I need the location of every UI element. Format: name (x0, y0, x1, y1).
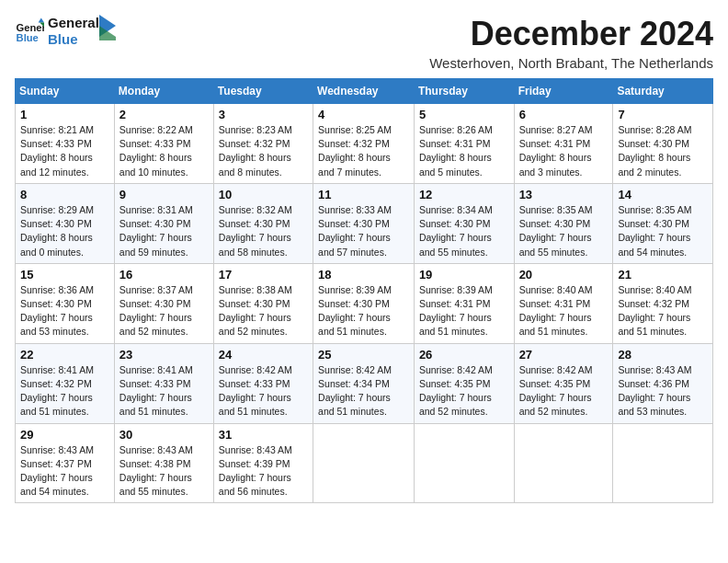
month-title: December 2024 (429, 15, 713, 53)
day-number: 27 (519, 348, 609, 362)
day-detail: Sunrise: 8:41 AMSunset: 4:32 PMDaylight:… (20, 363, 109, 419)
day-number: 18 (318, 268, 409, 282)
day-cell: 29Sunrise: 8:43 AMSunset: 4:37 PMDayligh… (16, 423, 115, 503)
day-detail: Sunrise: 8:28 AMSunset: 4:30 PMDaylight:… (618, 123, 708, 179)
day-detail: Sunrise: 8:23 AMSunset: 4:32 PMDaylight:… (219, 123, 308, 179)
day-detail: Sunrise: 8:42 AMSunset: 4:34 PMDaylight:… (318, 363, 409, 419)
day-cell: 12Sunrise: 8:34 AMSunset: 4:30 PMDayligh… (414, 183, 514, 263)
logo-arrow-icon (99, 15, 116, 40)
day-number: 7 (618, 108, 708, 121)
svg-marker-2 (39, 18, 44, 23)
day-detail: Sunrise: 8:40 AMSunset: 4:32 PMDaylight:… (618, 283, 708, 339)
day-number: 12 (419, 188, 509, 201)
day-number: 13 (519, 188, 609, 201)
day-cell: 9Sunrise: 8:31 AMSunset: 4:30 PMDaylight… (114, 183, 213, 263)
day-detail: Sunrise: 8:27 AMSunset: 4:31 PMDaylight:… (519, 123, 609, 179)
day-number: 24 (219, 348, 308, 362)
day-number: 23 (119, 348, 209, 362)
day-detail: Sunrise: 8:43 AMSunset: 4:38 PMDaylight:… (119, 443, 209, 500)
header: General Blue General Blue December 2024 … (15, 15, 713, 71)
day-cell: 4Sunrise: 8:25 AMSunset: 4:32 PMDaylight… (313, 104, 415, 184)
day-detail: Sunrise: 8:25 AMSunset: 4:32 PMDaylight:… (318, 123, 409, 179)
day-detail: Sunrise: 8:35 AMSunset: 4:30 PMDaylight:… (519, 203, 609, 259)
col-monday: Monday (114, 79, 213, 104)
col-friday: Friday (514, 79, 613, 104)
week-row-4: 22Sunrise: 8:41 AMSunset: 4:32 PMDayligh… (16, 343, 713, 423)
day-detail: Sunrise: 8:42 AMSunset: 4:35 PMDaylight:… (419, 363, 509, 419)
day-number: 3 (219, 108, 308, 121)
day-number: 8 (20, 188, 109, 201)
day-cell: 11Sunrise: 8:33 AMSunset: 4:30 PMDayligh… (313, 183, 415, 263)
day-number: 30 (119, 428, 209, 442)
col-saturday: Saturday (613, 79, 713, 104)
day-number: 20 (519, 268, 609, 282)
logo-blue: Blue (48, 31, 99, 48)
day-cell: 24Sunrise: 8:42 AMSunset: 4:33 PMDayligh… (213, 343, 313, 423)
week-row-2: 8Sunrise: 8:29 AMSunset: 4:30 PMDaylight… (16, 183, 713, 263)
day-cell (514, 423, 613, 503)
day-number: 28 (618, 348, 708, 362)
day-number: 26 (419, 348, 509, 362)
week-row-5: 29Sunrise: 8:43 AMSunset: 4:37 PMDayligh… (16, 423, 713, 503)
day-cell: 20Sunrise: 8:40 AMSunset: 4:31 PMDayligh… (514, 263, 613, 343)
week-row-3: 15Sunrise: 8:36 AMSunset: 4:30 PMDayligh… (16, 263, 713, 343)
day-cell: 8Sunrise: 8:29 AMSunset: 4:30 PMDaylight… (16, 183, 115, 263)
day-number: 2 (119, 108, 209, 121)
svg-text:General: General (17, 22, 44, 33)
week-row-1: 1Sunrise: 8:21 AMSunset: 4:33 PMDaylight… (16, 104, 713, 184)
day-number: 10 (219, 188, 308, 201)
day-detail: Sunrise: 8:32 AMSunset: 4:30 PMDaylight:… (219, 203, 308, 259)
day-cell: 7Sunrise: 8:28 AMSunset: 4:30 PMDaylight… (613, 104, 713, 184)
svg-text:Blue: Blue (17, 32, 39, 43)
day-cell: 22Sunrise: 8:41 AMSunset: 4:32 PMDayligh… (16, 343, 115, 423)
col-sunday: Sunday (16, 79, 115, 104)
day-detail: Sunrise: 8:41 AMSunset: 4:33 PMDaylight:… (119, 363, 209, 419)
day-cell: 19Sunrise: 8:39 AMSunset: 4:31 PMDayligh… (414, 263, 514, 343)
day-cell: 14Sunrise: 8:35 AMSunset: 4:30 PMDayligh… (613, 183, 713, 263)
day-number: 22 (20, 348, 109, 362)
day-cell: 27Sunrise: 8:42 AMSunset: 4:35 PMDayligh… (514, 343, 613, 423)
day-detail: Sunrise: 8:21 AMSunset: 4:33 PMDaylight:… (20, 123, 109, 179)
day-number: 1 (20, 108, 109, 121)
day-cell: 23Sunrise: 8:41 AMSunset: 4:33 PMDayligh… (114, 343, 213, 423)
day-number: 15 (20, 268, 109, 282)
day-detail: Sunrise: 8:42 AMSunset: 4:35 PMDaylight:… (519, 363, 609, 419)
day-cell: 16Sunrise: 8:37 AMSunset: 4:30 PMDayligh… (114, 263, 213, 343)
day-cell: 17Sunrise: 8:38 AMSunset: 4:30 PMDayligh… (213, 263, 313, 343)
day-cell (613, 423, 713, 503)
day-number: 14 (618, 188, 708, 201)
day-cell (313, 423, 415, 503)
day-cell: 25Sunrise: 8:42 AMSunset: 4:34 PMDayligh… (313, 343, 415, 423)
day-cell (414, 423, 514, 503)
day-detail: Sunrise: 8:26 AMSunset: 4:31 PMDaylight:… (419, 123, 509, 179)
day-number: 6 (519, 108, 609, 121)
day-number: 31 (219, 428, 308, 442)
title-area: December 2024 Westerhoven, North Brabant… (429, 15, 713, 71)
day-detail: Sunrise: 8:31 AMSunset: 4:30 PMDaylight:… (119, 203, 209, 259)
day-detail: Sunrise: 8:40 AMSunset: 4:31 PMDaylight:… (519, 283, 609, 339)
day-cell: 6Sunrise: 8:27 AMSunset: 4:31 PMDaylight… (514, 104, 613, 184)
day-cell: 26Sunrise: 8:42 AMSunset: 4:35 PMDayligh… (414, 343, 514, 423)
day-cell: 31Sunrise: 8:43 AMSunset: 4:39 PMDayligh… (213, 423, 313, 503)
day-cell: 1Sunrise: 8:21 AMSunset: 4:33 PMDaylight… (16, 104, 115, 184)
day-detail: Sunrise: 8:33 AMSunset: 4:30 PMDaylight:… (318, 203, 409, 259)
col-tuesday: Tuesday (213, 79, 313, 104)
day-number: 11 (318, 188, 409, 201)
day-detail: Sunrise: 8:43 AMSunset: 4:36 PMDaylight:… (618, 363, 708, 419)
day-number: 16 (119, 268, 209, 282)
day-cell: 10Sunrise: 8:32 AMSunset: 4:30 PMDayligh… (213, 183, 313, 263)
logo-general: General (48, 15, 99, 30)
day-detail: Sunrise: 8:36 AMSunset: 4:30 PMDaylight:… (20, 283, 109, 339)
day-detail: Sunrise: 8:42 AMSunset: 4:33 PMDaylight:… (219, 363, 308, 419)
day-detail: Sunrise: 8:39 AMSunset: 4:30 PMDaylight:… (318, 283, 409, 339)
day-cell: 2Sunrise: 8:22 AMSunset: 4:33 PMDaylight… (114, 104, 213, 184)
day-number: 29 (20, 428, 109, 442)
day-cell: 3Sunrise: 8:23 AMSunset: 4:32 PMDaylight… (213, 104, 313, 184)
day-cell: 28Sunrise: 8:43 AMSunset: 4:36 PMDayligh… (613, 343, 713, 423)
day-number: 17 (219, 268, 308, 282)
col-wednesday: Wednesday (313, 79, 415, 104)
day-cell: 21Sunrise: 8:40 AMSunset: 4:32 PMDayligh… (613, 263, 713, 343)
day-detail: Sunrise: 8:37 AMSunset: 4:30 PMDaylight:… (119, 283, 209, 339)
day-number: 21 (618, 268, 708, 282)
logo: General Blue General Blue (15, 15, 116, 48)
